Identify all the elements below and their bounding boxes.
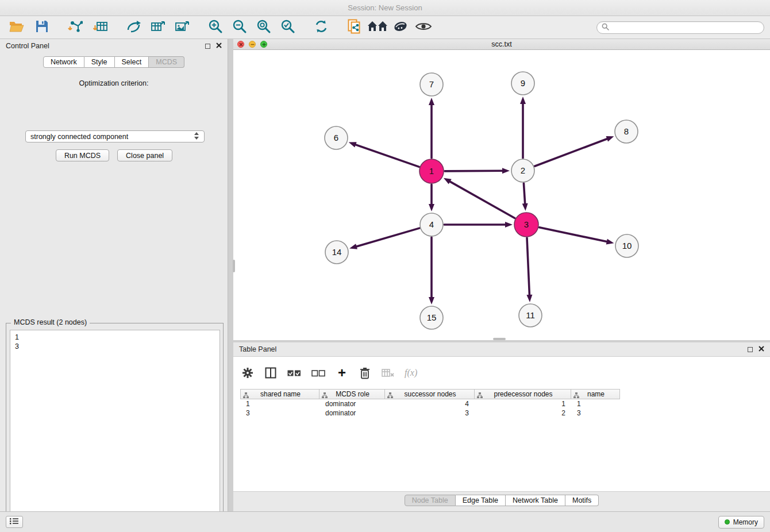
table-panel-header: Table Panel <box>233 342 770 356</box>
refresh-view-button[interactable] <box>310 18 332 37</box>
svg-text:9: 9 <box>521 78 525 88</box>
run-mcds-button[interactable]: Run MCDS <box>56 149 109 161</box>
import-network-button[interactable] <box>64 18 86 37</box>
control-panel-tabs: Network Style Select MCDS <box>0 56 228 68</box>
table-cell[interactable]: 1 <box>475 399 571 408</box>
graph-node[interactable]: 4 <box>420 213 443 236</box>
task-history-button[interactable] <box>6 516 23 528</box>
column-header[interactable]: name <box>571 389 620 399</box>
import-table-button[interactable] <box>90 18 111 37</box>
column-hierarchy-icon <box>322 392 328 400</box>
table-cell[interactable]: 2 <box>475 408 571 418</box>
tab-style[interactable]: Style <box>84 56 115 68</box>
graph-node[interactable]: 15 <box>420 306 443 329</box>
export-image-button[interactable] <box>171 18 193 37</box>
v-scrollbar-handle[interactable] <box>233 260 235 272</box>
select-all-button[interactable] <box>287 365 301 380</box>
node-table-header: shared name MCDS role successor nodes pr… <box>240 389 620 399</box>
network-window-title-bar: scc.txt <box>233 39 770 50</box>
list-icon <box>10 518 19 526</box>
graph-node[interactable]: 7 <box>420 73 443 96</box>
global-search <box>596 21 764 34</box>
save-session-button[interactable] <box>31 18 53 37</box>
import-network-icon <box>68 20 83 35</box>
graph-node[interactable]: 8 <box>615 120 638 143</box>
tab-motifs[interactable]: Motifs <box>565 495 599 506</box>
tab-edge-table[interactable]: Edge Table <box>456 495 506 506</box>
toggle-visibility-button[interactable] <box>413 18 434 37</box>
table-row[interactable]: 1 dominator 4 1 1 <box>240 399 620 408</box>
network-graph[interactable]: 7968124314101511 <box>233 50 770 340</box>
close-panel-icon[interactable] <box>216 42 222 50</box>
table-cell[interactable]: 4 <box>385 399 475 408</box>
column-hierarchy-icon <box>243 392 249 400</box>
delete-column-button[interactable] <box>359 365 371 380</box>
svg-text:4: 4 <box>429 219 434 229</box>
table-cell[interactable]: 1 <box>240 399 319 408</box>
table-cell[interactable]: 3 <box>571 408 620 418</box>
tab-node-table[interactable]: Node Table <box>405 495 456 506</box>
clipboard-network-button[interactable] <box>344 18 365 37</box>
table-cell[interactable]: dominator <box>319 408 385 418</box>
tab-network-table[interactable]: Network Table <box>506 495 565 506</box>
column-header[interactable]: shared name <box>240 389 319 399</box>
float-window-icon[interactable] <box>748 347 753 352</box>
graph-edges[interactable] <box>349 97 614 304</box>
add-column-button[interactable]: + <box>336 365 348 380</box>
svg-text:3: 3 <box>524 219 529 229</box>
graph-node[interactable]: 14 <box>325 241 348 264</box>
table-toolbar: + f(x) <box>241 361 417 384</box>
style-palette-button[interactable] <box>390 18 411 37</box>
global-search-input[interactable] <box>613 24 759 32</box>
tab-network[interactable]: Network <box>43 56 84 68</box>
export-table-icon <box>151 20 165 35</box>
eye-icon <box>415 21 432 33</box>
tab-select[interactable]: Select <box>115 56 149 68</box>
criterion-select[interactable]: strongly connected component <box>25 130 205 142</box>
show-columns-button[interactable] <box>264 365 277 380</box>
zoom-fit-button[interactable] <box>253 18 275 37</box>
graph-node[interactable]: 10 <box>615 234 638 257</box>
table-cell[interactable]: 3 <box>385 408 475 418</box>
graph-node[interactable]: 11 <box>519 304 542 327</box>
deselect-all-button[interactable] <box>311 365 325 380</box>
svg-text:11: 11 <box>526 310 535 320</box>
zoom-selected-button[interactable] <box>277 18 299 37</box>
memory-button[interactable]: Memory <box>718 516 764 529</box>
zoom-in-button[interactable] <box>205 18 226 37</box>
export-network-icon <box>126 20 141 35</box>
column-hierarchy-icon <box>477 392 483 400</box>
column-header[interactable]: MCDS role <box>319 389 385 399</box>
export-table-button[interactable] <box>147 18 169 37</box>
table-panel-body: + f(x) shared name MCDS role successor n… <box>233 356 770 492</box>
open-session-button[interactable] <box>6 18 28 37</box>
export-network-button[interactable] <box>123 18 145 37</box>
window-title-bar: Session: New Session <box>0 0 770 16</box>
table-row[interactable]: 3 dominator 3 2 3 <box>240 408 620 418</box>
select-stepper-icon <box>194 132 199 142</box>
column-header[interactable]: predecessor nodes <box>475 389 571 399</box>
clipboard-network-icon <box>348 19 361 36</box>
float-window-icon[interactable] <box>205 44 210 49</box>
tab-mcds[interactable]: MCDS <box>149 56 184 68</box>
graph-node[interactable]: 9 <box>511 72 534 95</box>
network-window-title: scc.txt <box>233 40 770 48</box>
table-cell[interactable]: dominator <box>319 399 385 408</box>
graph-node[interactable]: 2 <box>511 159 534 182</box>
table-settings-button[interactable] <box>241 365 254 380</box>
home-view-button[interactable] <box>367 18 388 37</box>
column-header[interactable]: successor nodes <box>385 389 475 399</box>
graph-node[interactable]: 3 <box>514 213 538 237</box>
mcds-result-list[interactable]: 1 3 <box>10 330 220 532</box>
graph-node[interactable]: 6 <box>325 126 348 149</box>
h-scrollbar-handle[interactable] <box>493 338 506 340</box>
table-cell[interactable]: 1 <box>571 399 620 408</box>
network-view-window: scc.txt 7968124314101511 <box>233 39 770 340</box>
optimization-criterion-label: Optimization criterion: <box>0 79 228 87</box>
zoom-out-button[interactable] <box>229 18 251 37</box>
table-cell[interactable]: 3 <box>240 408 319 418</box>
close-panel-button[interactable]: Close panel <box>117 149 172 161</box>
close-panel-icon[interactable] <box>759 345 764 353</box>
graph-node[interactable]: 1 <box>419 159 444 183</box>
refresh-icon <box>314 20 328 35</box>
